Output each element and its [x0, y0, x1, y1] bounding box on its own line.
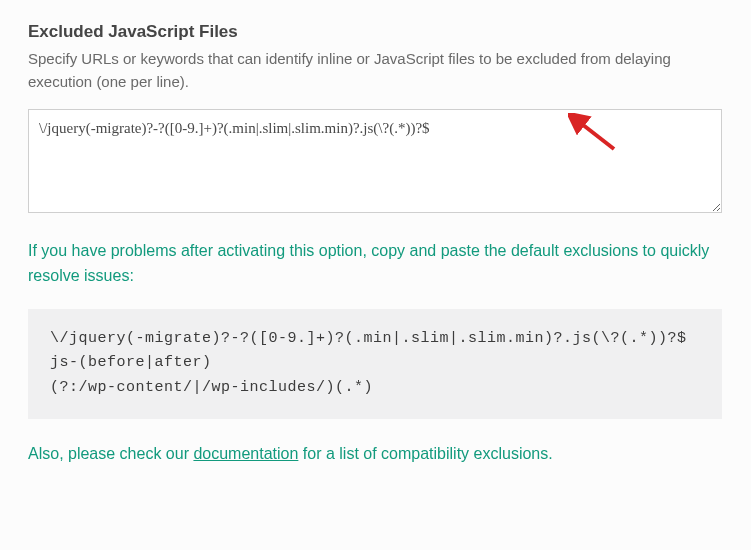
- doc-prefix: Also, please check our: [28, 445, 193, 462]
- section-title: Excluded JavaScript Files: [28, 22, 723, 42]
- default-exclusions-code: \/jquery(-migrate)?-?([0-9.]+)?(.min|.sl…: [28, 309, 722, 419]
- documentation-link[interactable]: documentation: [193, 445, 298, 462]
- exclusion-textarea[interactable]: [28, 109, 722, 213]
- documentation-line: Also, please check our documentation for…: [28, 445, 723, 463]
- hint-text: If you have problems after activating th…: [28, 239, 723, 289]
- doc-suffix: for a list of compatibility exclusions.: [298, 445, 552, 462]
- textarea-wrap: [28, 109, 723, 217]
- section-description: Specify URLs or keywords that can identi…: [28, 48, 723, 93]
